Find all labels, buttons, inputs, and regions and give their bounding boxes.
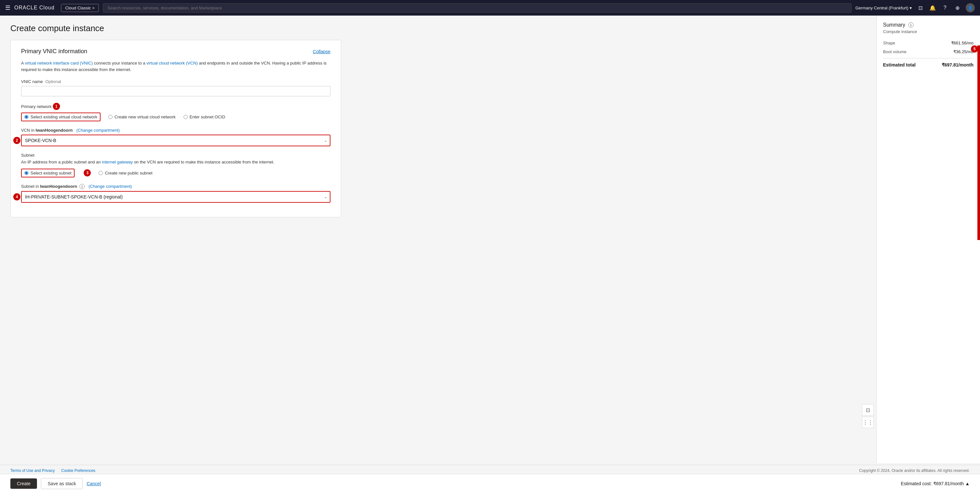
summary-total-value: ₹697.81/month [942, 62, 974, 67]
primary-network-group: Primary network 1 Select existing virtua… [21, 103, 331, 121]
region-selector[interactable]: Germany Central (Frankfurt) ▾ [856, 5, 912, 10]
region-label: Germany Central (Frankfurt) [856, 5, 908, 10]
vnic-link[interactable]: virtual network interface card (VNIC) [25, 60, 93, 65]
chevron-down-icon: ▾ [910, 5, 912, 10]
card-header: Primary VNIC information Collapse [21, 48, 331, 55]
cloud-classic-button[interactable]: Cloud Classic > [61, 4, 99, 12]
vcn-select[interactable]: SPOKE-VCN-B [21, 135, 331, 146]
topnav-right-section: Germany Central (Frankfurt) ▾ ⊡ 🔔 ? ⊕ 👤 [856, 3, 975, 12]
subnet-compartment-group: Subnet in IwanHoogendoorn ℹ (Change comp… [21, 184, 331, 203]
action-bar: Create Save as stack Cancel Estimated co… [0, 474, 980, 480]
summary-panel: Summary ℹ Compute instance Shape ₹661.56… [876, 16, 980, 463]
summary-shape-value: ₹661.56/mo [951, 41, 974, 45]
summary-total-label: Estimated total [883, 62, 915, 67]
save-as-stack-button[interactable]: Save as stack [41, 478, 83, 480]
scroll-indicator-badge: 5 [971, 45, 978, 52]
subnet-info-icon[interactable]: ℹ [80, 184, 84, 189]
primary-network-label: Primary network [21, 104, 52, 109]
summary-boot-label: Boot volume [883, 49, 907, 54]
summary-title: Summary ℹ [883, 22, 974, 28]
radio-select-existing-subnet[interactable]: Select existing subnet [21, 169, 75, 177]
subnet-select[interactable]: IH-PRIVATE-SUBNET-SPOKE-VCN-B (regional) [21, 191, 331, 203]
vnic-description: A virtual network interface card (VNIC) … [21, 60, 331, 73]
summary-info-icon[interactable]: ℹ [908, 22, 913, 27]
oracle-logo-text: ORACLE [14, 5, 38, 10]
terms-link[interactable]: Terms of Use and Privacy [10, 468, 55, 473]
collapse-link[interactable]: Collapse [313, 49, 331, 54]
subnet-change-compartment-link[interactable]: (Change compartment) [89, 184, 132, 189]
card-title: Primary VNIC information [21, 48, 87, 55]
primary-network-radio-group: Select existing virtual cloud network Cr… [21, 113, 331, 121]
cloud-text: Cloud [38, 5, 54, 10]
hamburger-menu-icon[interactable]: ☰ [5, 4, 10, 11]
subnet-description: An IP address from a public subnet and a… [21, 159, 331, 165]
vcn-compartment-name: IwanHoogendoorn [36, 128, 73, 133]
summary-shape-label: Shape [883, 41, 896, 45]
subnet-compartment-name: IwanHoogendoorn [40, 184, 77, 189]
globe-icon[interactable]: ⊕ [953, 4, 961, 12]
step-badge-4: 4 [13, 193, 21, 200]
summary-total-row: Estimated total ₹697.81/month [883, 62, 974, 67]
internet-gateway-link[interactable]: internet gateway [102, 159, 133, 164]
oracle-logo: ORACLE Cloud [14, 5, 54, 11]
vcn-link[interactable]: virtual cloud network (VCN) [146, 60, 198, 65]
subnet-compartment-label: Subnet in IwanHoogendoorn ℹ (Change comp… [21, 184, 331, 189]
summary-boot-volume-row: Boot volume ₹36.25/mo [883, 49, 974, 54]
summary-subtitle: Compute instance [883, 29, 974, 34]
scroll-indicator-bar [977, 45, 980, 240]
avatar[interactable]: 👤 [966, 3, 975, 12]
page-title: Create compute instance [10, 23, 970, 33]
radio-create-subnet[interactable]: Create new public subnet [99, 170, 153, 175]
vnic-name-label: VNIC name Optional [21, 79, 331, 84]
vnic-name-group: VNIC name Optional [21, 79, 331, 96]
vcn-compartment-group: VCN in IwanHoogendoorn (Change compartme… [21, 128, 331, 146]
radio-create-new-vcn[interactable]: Create new virtual cloud network [108, 115, 176, 119]
step-badge-1: 1 [53, 103, 60, 110]
subnet-select-wrapper: 4 IH-PRIVATE-SUBNET-SPOKE-VCN-B (regiona… [21, 191, 331, 203]
vcn-change-compartment-link[interactable]: (Change compartment) [76, 128, 120, 133]
radio-select-existing-vcn[interactable]: Select existing virtual cloud network [21, 113, 100, 121]
radio-enter-ocid[interactable]: Enter subnet OCID [183, 115, 225, 119]
subnet-label: Subnet [21, 153, 331, 157]
monitor-icon[interactable]: ⊡ [916, 4, 924, 12]
step-badge-3: 3 [84, 169, 91, 177]
floating-grid-icon[interactable]: ⋮⋮ [862, 417, 873, 428]
summary-shape-row: Shape ₹661.56/mo [883, 41, 974, 45]
primary-vnic-card: Primary VNIC information Collapse A virt… [10, 40, 341, 217]
top-navigation: ☰ ORACLE Cloud Cloud Classic > Germany C… [0, 0, 980, 16]
cookies-link[interactable]: Cookie Preferences [61, 468, 95, 473]
create-button[interactable]: Create [10, 479, 37, 480]
page-container: Create compute instance Primary VNIC inf… [0, 16, 980, 480]
floating-monitor-icon[interactable]: ⊡ [862, 404, 873, 416]
subnet-radio-group: Select existing subnet 3 Create new publ… [21, 169, 331, 177]
search-input[interactable] [103, 3, 851, 13]
bell-icon[interactable]: 🔔 [929, 4, 937, 12]
summary-boot-value: ₹36.25/mo [953, 49, 974, 54]
floating-icons-panel: ⊡ ⋮⋮ [862, 404, 873, 428]
subnet-group: Subnet An IP address from a public subne… [21, 153, 331, 177]
copyright-text: Copyright © 2024, Oracle and/or its affi… [859, 468, 970, 473]
vnic-name-input[interactable] [21, 86, 331, 96]
step-badge-2: 2 [13, 137, 21, 144]
vcn-compartment-label: VCN in IwanHoogendoorn (Change compartme… [21, 128, 331, 133]
vcn-select-wrapper: 2 SPOKE-VCN-B ⌄ [21, 135, 331, 146]
help-icon[interactable]: ? [941, 4, 949, 12]
